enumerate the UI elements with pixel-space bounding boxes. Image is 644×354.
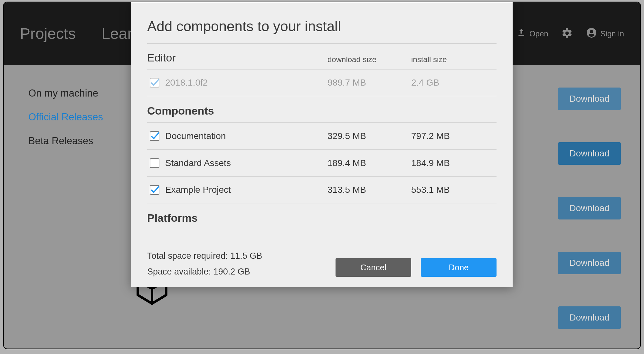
editor-row: 2018.1.0f2 989.7 MB 2.4 GB xyxy=(147,69,497,96)
editor-download-size: 989.7 MB xyxy=(327,78,411,88)
component-install-size: 797.2 MB xyxy=(411,131,482,141)
component-download-size: 329.5 MB xyxy=(327,131,411,141)
component-label: Standard Assets xyxy=(165,158,231,168)
component-row-standard-assets[interactable]: Standard Assets 189.4 MB 184.9 MB xyxy=(147,149,497,176)
checkbox-standard-assets[interactable] xyxy=(150,158,159,168)
checkbox-example-project[interactable] xyxy=(150,185,159,195)
component-install-size: 553.1 MB xyxy=(411,185,482,195)
component-install-size: 184.9 MB xyxy=(411,158,482,168)
col-install-size: install size xyxy=(411,55,482,64)
done-button[interactable]: Done xyxy=(421,258,497,277)
editor-install-size: 2.4 GB xyxy=(411,78,482,88)
modal-title: Add components to your install xyxy=(147,18,497,34)
component-label: Documentation xyxy=(165,131,226,141)
checkbox-editor-version xyxy=(150,78,159,88)
component-download-size: 313.5 MB xyxy=(327,185,411,195)
col-download-size: download size xyxy=(327,55,411,64)
total-space-required: Total space required: 11.5 GB xyxy=(147,251,262,261)
component-row-example-project[interactable]: Example Project 313.5 MB 553.1 MB xyxy=(147,176,497,203)
space-available: Space available: 190.2 GB xyxy=(147,267,262,277)
cancel-button[interactable]: Cancel xyxy=(336,258,411,277)
component-row-documentation[interactable]: Documentation 329.5 MB 797.2 MB xyxy=(147,122,497,149)
section-platforms-title: Platforms xyxy=(147,212,497,224)
component-download-size: 189.4 MB xyxy=(327,158,411,168)
component-label: Example Project xyxy=(165,185,231,195)
add-components-modal: Add components to your install Editor do… xyxy=(131,2,513,287)
section-editor-title: Editor xyxy=(147,51,327,64)
section-components-title: Components xyxy=(147,105,497,117)
checkbox-documentation[interactable] xyxy=(150,131,159,141)
divider xyxy=(147,43,497,44)
editor-version-label: 2018.1.0f2 xyxy=(165,78,208,88)
